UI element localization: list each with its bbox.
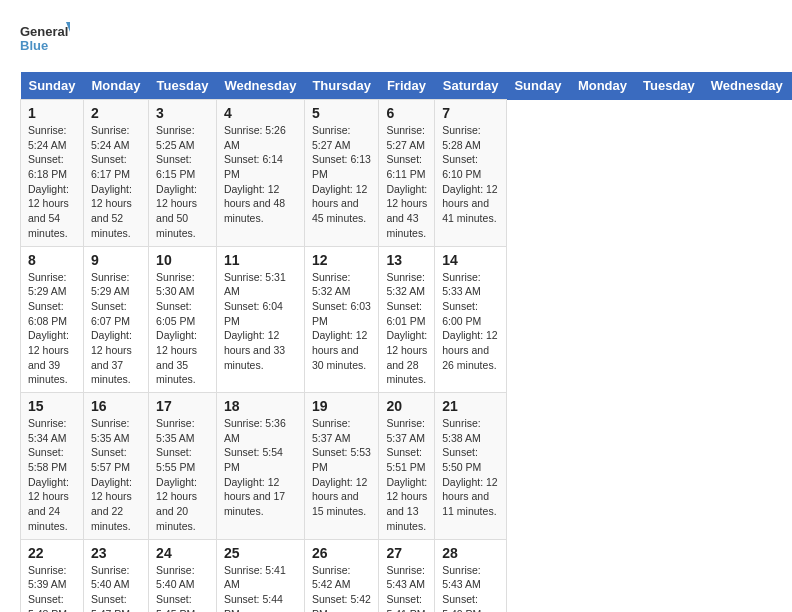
- day-info: Sunrise: 5:27 AMSunset: 6:13 PMDaylight:…: [312, 124, 371, 224]
- calendar-cell: 22 Sunrise: 5:39 AMSunset: 5:48 PMDaylig…: [21, 539, 84, 612]
- calendar-cell: 20 Sunrise: 5:37 AMSunset: 5:51 PMDaylig…: [379, 393, 435, 540]
- day-number: 1: [28, 105, 76, 121]
- calendar-cell: 5 Sunrise: 5:27 AMSunset: 6:13 PMDayligh…: [304, 100, 379, 247]
- calendar-week-3: 15 Sunrise: 5:34 AMSunset: 5:58 PMDaylig…: [21, 393, 793, 540]
- calendar-cell: 8 Sunrise: 5:29 AMSunset: 6:08 PMDayligh…: [21, 246, 84, 393]
- header-saturday: Saturday: [435, 72, 507, 100]
- day-number: 27: [386, 545, 427, 561]
- calendar-cell: 15 Sunrise: 5:34 AMSunset: 5:58 PMDaylig…: [21, 393, 84, 540]
- calendar-cell: 16 Sunrise: 5:35 AMSunset: 5:57 PMDaylig…: [83, 393, 148, 540]
- header-thursday: Thursday: [304, 72, 379, 100]
- calendar-cell: 17 Sunrise: 5:35 AMSunset: 5:55 PMDaylig…: [149, 393, 217, 540]
- day-number: 5: [312, 105, 372, 121]
- calendar-header-row: SundayMondayTuesdayWednesdayThursdayFrid…: [21, 72, 793, 100]
- day-number: 21: [442, 398, 499, 414]
- day-info: Sunrise: 5:34 AMSunset: 5:58 PMDaylight:…: [28, 417, 69, 532]
- day-number: 10: [156, 252, 209, 268]
- header-tuesday: Tuesday: [149, 72, 217, 100]
- day-number: 23: [91, 545, 141, 561]
- day-number: 14: [442, 252, 499, 268]
- calendar-cell: 13 Sunrise: 5:32 AMSunset: 6:01 PMDaylig…: [379, 246, 435, 393]
- day-info: Sunrise: 5:38 AMSunset: 5:50 PMDaylight:…: [442, 417, 497, 517]
- header-sunday: Sunday: [506, 72, 569, 100]
- calendar-cell: 27 Sunrise: 5:43 AMSunset: 5:41 PMDaylig…: [379, 539, 435, 612]
- calendar-week-2: 8 Sunrise: 5:29 AMSunset: 6:08 PMDayligh…: [21, 246, 793, 393]
- day-number: 3: [156, 105, 209, 121]
- day-info: Sunrise: 5:35 AMSunset: 5:57 PMDaylight:…: [91, 417, 132, 532]
- calendar-cell: 12 Sunrise: 5:32 AMSunset: 6:03 PMDaylig…: [304, 246, 379, 393]
- page-header: General Blue: [20, 20, 772, 62]
- day-number: 13: [386, 252, 427, 268]
- day-info: Sunrise: 5:32 AMSunset: 6:03 PMDaylight:…: [312, 271, 371, 371]
- day-info: Sunrise: 5:31 AMSunset: 6:04 PMDaylight:…: [224, 271, 286, 371]
- calendar-cell: 7 Sunrise: 5:28 AMSunset: 6:10 PMDayligh…: [435, 100, 507, 247]
- day-info: Sunrise: 5:29 AMSunset: 6:07 PMDaylight:…: [91, 271, 132, 386]
- day-number: 11: [224, 252, 297, 268]
- calendar-cell: 9 Sunrise: 5:29 AMSunset: 6:07 PMDayligh…: [83, 246, 148, 393]
- day-info: Sunrise: 5:35 AMSunset: 5:55 PMDaylight:…: [156, 417, 197, 532]
- day-info: Sunrise: 5:26 AMSunset: 6:14 PMDaylight:…: [224, 124, 286, 224]
- header-sunday: Sunday: [21, 72, 84, 100]
- day-info: Sunrise: 5:24 AMSunset: 6:17 PMDaylight:…: [91, 124, 132, 239]
- day-number: 17: [156, 398, 209, 414]
- day-number: 18: [224, 398, 297, 414]
- day-info: Sunrise: 5:27 AMSunset: 6:11 PMDaylight:…: [386, 124, 427, 239]
- calendar-table: SundayMondayTuesdayWednesdayThursdayFrid…: [20, 72, 792, 612]
- day-info: Sunrise: 5:36 AMSunset: 5:54 PMDaylight:…: [224, 417, 286, 517]
- day-number: 4: [224, 105, 297, 121]
- day-info: Sunrise: 5:37 AMSunset: 5:51 PMDaylight:…: [386, 417, 427, 532]
- header-friday: Friday: [379, 72, 435, 100]
- calendar-cell: 3 Sunrise: 5:25 AMSunset: 6:15 PMDayligh…: [149, 100, 217, 247]
- day-number: 15: [28, 398, 76, 414]
- header-wednesday: Wednesday: [216, 72, 304, 100]
- day-info: Sunrise: 5:28 AMSunset: 6:10 PMDaylight:…: [442, 124, 497, 224]
- day-number: 26: [312, 545, 372, 561]
- header-wednesday: Wednesday: [703, 72, 791, 100]
- header-monday: Monday: [83, 72, 148, 100]
- calendar-week-4: 22 Sunrise: 5:39 AMSunset: 5:48 PMDaylig…: [21, 539, 793, 612]
- day-info: Sunrise: 5:43 AMSunset: 5:40 PMDaylight:…: [442, 564, 497, 613]
- calendar-week-1: 1 Sunrise: 5:24 AMSunset: 6:18 PMDayligh…: [21, 100, 793, 247]
- svg-text:Blue: Blue: [20, 38, 48, 53]
- logo-svg: General Blue: [20, 20, 70, 62]
- calendar-cell: 6 Sunrise: 5:27 AMSunset: 6:11 PMDayligh…: [379, 100, 435, 247]
- header-tuesday: Tuesday: [635, 72, 703, 100]
- day-info: Sunrise: 5:29 AMSunset: 6:08 PMDaylight:…: [28, 271, 69, 386]
- calendar-cell: 21 Sunrise: 5:38 AMSunset: 5:50 PMDaylig…: [435, 393, 507, 540]
- day-number: 12: [312, 252, 372, 268]
- day-info: Sunrise: 5:40 AMSunset: 5:47 PMDaylight:…: [91, 564, 132, 613]
- day-number: 2: [91, 105, 141, 121]
- day-number: 9: [91, 252, 141, 268]
- day-info: Sunrise: 5:41 AMSunset: 5:44 PMDaylight:…: [224, 564, 286, 613]
- day-number: 25: [224, 545, 297, 561]
- day-number: 6: [386, 105, 427, 121]
- calendar-cell: 19 Sunrise: 5:37 AMSunset: 5:53 PMDaylig…: [304, 393, 379, 540]
- calendar-cell: 28 Sunrise: 5:43 AMSunset: 5:40 PMDaylig…: [435, 539, 507, 612]
- calendar-cell: 4 Sunrise: 5:26 AMSunset: 6:14 PMDayligh…: [216, 100, 304, 247]
- day-number: 7: [442, 105, 499, 121]
- day-info: Sunrise: 5:24 AMSunset: 6:18 PMDaylight:…: [28, 124, 69, 239]
- day-info: Sunrise: 5:33 AMSunset: 6:00 PMDaylight:…: [442, 271, 497, 371]
- day-number: 16: [91, 398, 141, 414]
- day-info: Sunrise: 5:37 AMSunset: 5:53 PMDaylight:…: [312, 417, 371, 517]
- calendar-cell: 18 Sunrise: 5:36 AMSunset: 5:54 PMDaylig…: [216, 393, 304, 540]
- day-number: 24: [156, 545, 209, 561]
- logo: General Blue: [20, 20, 70, 62]
- svg-text:General: General: [20, 24, 68, 39]
- day-info: Sunrise: 5:43 AMSunset: 5:41 PMDaylight:…: [386, 564, 427, 613]
- calendar-cell: 10 Sunrise: 5:30 AMSunset: 6:05 PMDaylig…: [149, 246, 217, 393]
- day-number: 20: [386, 398, 427, 414]
- calendar-cell: 26 Sunrise: 5:42 AMSunset: 5:42 PMDaylig…: [304, 539, 379, 612]
- calendar-cell: 11 Sunrise: 5:31 AMSunset: 6:04 PMDaylig…: [216, 246, 304, 393]
- day-info: Sunrise: 5:30 AMSunset: 6:05 PMDaylight:…: [156, 271, 197, 386]
- day-info: Sunrise: 5:25 AMSunset: 6:15 PMDaylight:…: [156, 124, 197, 239]
- calendar-cell: 25 Sunrise: 5:41 AMSunset: 5:44 PMDaylig…: [216, 539, 304, 612]
- day-number: 19: [312, 398, 372, 414]
- day-number: 22: [28, 545, 76, 561]
- calendar-cell: 14 Sunrise: 5:33 AMSunset: 6:00 PMDaylig…: [435, 246, 507, 393]
- calendar-cell: 1 Sunrise: 5:24 AMSunset: 6:18 PMDayligh…: [21, 100, 84, 247]
- calendar-cell: 23 Sunrise: 5:40 AMSunset: 5:47 PMDaylig…: [83, 539, 148, 612]
- header-monday: Monday: [570, 72, 635, 100]
- calendar-cell: 24 Sunrise: 5:40 AMSunset: 5:45 PMDaylig…: [149, 539, 217, 612]
- day-number: 8: [28, 252, 76, 268]
